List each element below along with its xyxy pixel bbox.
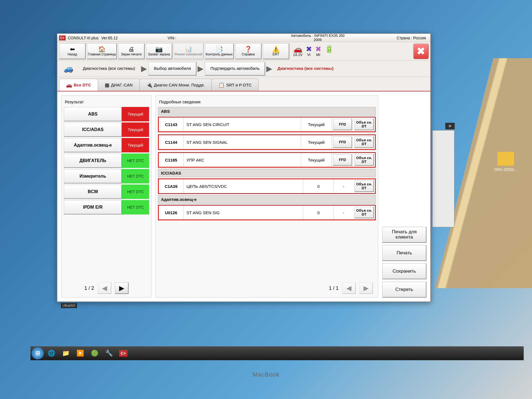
version-label: Ver.65.12: [101, 36, 118, 40]
result-panel-title: Результат: [64, 98, 149, 107]
result-pager: 1 / 2 ◀ ▶: [64, 281, 149, 295]
measure-icon: 📊: [185, 46, 192, 52]
macbook-label: MacBook: [0, 371, 532, 378]
detail-page-label: 1 / 1: [329, 285, 339, 291]
status-group: 🚗14.1V ✖VI ✖MI 🔋: [293, 45, 334, 57]
dtc-code: U0126: [159, 206, 184, 219]
breadcrumb-step-2[interactable]: Выбор автомобиля: [148, 62, 196, 76]
result-page-label: 1 / 2: [84, 285, 94, 291]
dtc-group-header: ICC/ADAS: [158, 169, 376, 177]
consult-app-window: C+ CONSULT-III plus Ver.65.12 VIN:- Авто…: [57, 33, 431, 302]
dtc-description: ST ANG SEN SIG: [184, 206, 303, 219]
result-list: ABSТекущийICC/ADASТекущийАдаптив.освещ-е…: [64, 107, 149, 281]
dtc-description: ЦЕПЬ ABS/TCS/VDC: [184, 179, 303, 193]
dtc-ffd-button[interactable]: FFD: [333, 154, 352, 166]
result-next-button[interactable]: ▶: [115, 282, 129, 294]
background-window-fragment: ✕: [432, 130, 454, 227]
breadcrumb-step-1: Диагностика (все системы): [78, 62, 140, 76]
dtc-explain-button[interactable]: Объя сн. DT: [354, 207, 374, 218]
result-panel: Результат ABSТекущийICC/ADASТекущийАдапт…: [61, 95, 152, 298]
dtc-explain-button[interactable]: Объя сн. DT: [354, 180, 374, 192]
mi-status: ✖MI: [315, 45, 321, 57]
chevron-right-icon: ▶: [364, 284, 369, 292]
right-area: Подробные сведения ABSC1143ST ANG SEN CI…: [155, 95, 426, 298]
taskbar: ⊞ 🌐 📁 ▶️ 🟢 🔧 C+: [30, 346, 524, 360]
vin-label: VIN:-: [118, 36, 268, 40]
tab-diag-can[interactable]: ▦ДИАГ.-CAN: [98, 79, 140, 91]
result-name: BCM: [64, 185, 122, 199]
result-name: Измеритель: [64, 169, 122, 183]
dtc-description: ST ANG SEN CIRCUIT: [184, 117, 301, 131]
background-window-close[interactable]: ✕: [445, 123, 455, 129]
dtc-ffd-button[interactable]: FFD: [333, 119, 352, 130]
tab-all-dtc[interactable]: 🚗Все DTC: [59, 79, 98, 91]
breadcrumb-step-3[interactable]: Подтвердить автомобиль: [205, 62, 265, 76]
rec-data-button[interactable]: 📑Контроль данных: [205, 43, 234, 59]
start-button[interactable]: ⊞: [32, 347, 44, 359]
folder-icon: [497, 152, 514, 166]
dtc-explain-button[interactable]: Объя сн. DT: [354, 119, 374, 130]
close-button[interactable]: ✖: [413, 44, 429, 59]
print-button[interactable]: Печать: [382, 245, 426, 261]
result-row[interactable]: Адаптив.освещ-еТекущий: [64, 138, 149, 152]
dtc-row: C1A26ЦЕПЬ ABS/TCS/VDC0-Объя сн. DT: [158, 178, 376, 194]
result-status: НЕТ DTC: [122, 169, 149, 183]
taskbar-explorer[interactable]: 📁: [59, 348, 73, 359]
print-client-button[interactable]: Печать для клиента: [382, 227, 426, 243]
dtc-row: C1144ST ANG SEN SIGNALТекущийFFDОбъя сн.…: [158, 134, 376, 150]
taskbar-tools[interactable]: 🔧: [102, 348, 116, 359]
chevron-right-icon: ▶: [141, 64, 147, 73]
help-icon: ❓: [244, 46, 252, 52]
app-name: CONSULT-III plus: [68, 36, 99, 40]
desktop-folder-drv[interactable]: DRV-J2534...: [493, 152, 518, 172]
car-icon: 🚗: [293, 45, 302, 53]
save-button[interactable]: Сохранить: [382, 263, 426, 279]
vehicle-label: Автомобиль : INFINITI EX35 J50 2009: [268, 34, 368, 42]
windows-icon: ⊞: [35, 350, 40, 357]
dtc-ffd-na: -: [334, 206, 353, 219]
print-screen-button[interactable]: 🖨Экран печати: [118, 43, 145, 59]
detail-prev-button: ◀: [342, 282, 356, 294]
dtc-explain-button[interactable]: Объя сн. DT: [354, 136, 374, 148]
result-row[interactable]: ICC/ADASТекущий: [64, 122, 149, 137]
dtc-ffd-button[interactable]: FFD: [333, 136, 352, 148]
ert-button[interactable]: ⚠️ERT: [263, 43, 289, 59]
capture-button[interactable]: 📷Захват экрана: [146, 43, 172, 59]
dtc-status: Текущий: [301, 153, 332, 167]
camera-icon: 📷: [155, 46, 163, 52]
taskbar-chrome[interactable]: 🟢: [88, 348, 101, 359]
result-status: НЕТ DTC: [122, 200, 149, 214]
dtc-explain-button[interactable]: Объя сн. DT: [354, 154, 374, 166]
app-badge-icon: C+: [59, 35, 66, 40]
battery-status: 🔋: [325, 45, 334, 57]
erase-button[interactable]: Стереть: [382, 282, 426, 298]
detail-list: ABSC1143ST ANG SEN CIRCUITТекущийFFDОбъя…: [158, 107, 376, 281]
content-area: Результат ABSТекущийICC/ADASТекущийАдапт…: [57, 91, 430, 301]
result-row[interactable]: ABSТекущий: [64, 107, 149, 121]
taskbar-consult[interactable]: C+: [116, 348, 130, 359]
chevron-right-icon: ▶: [198, 64, 204, 73]
back-button[interactable]: ⬅Назад: [59, 43, 86, 59]
measure-mode-button: 📊Режим измерений: [173, 43, 204, 59]
result-row[interactable]: BCMНЕТ DTC: [64, 185, 149, 199]
ultraiso-title: UltraISO: [61, 303, 77, 308]
detail-panel: Подробные сведения ABSC1143ST ANG SEN CI…: [155, 95, 378, 298]
detail-pager: 1 / 1 ◀ ▶: [158, 281, 376, 295]
breadcrumb-step-current: Диагностика (все системы): [273, 66, 337, 71]
result-row[interactable]: ИзмерительНЕТ DTC: [64, 169, 149, 183]
taskbar-media[interactable]: ▶️: [73, 348, 87, 359]
dtc-row: C1185УПР АКСТекущийFFDОбъя сн. DT: [158, 152, 376, 168]
result-row[interactable]: ДВИГАТЕЛЬНЕТ DTC: [64, 154, 149, 168]
home-button[interactable]: 🏠Главная страница: [87, 43, 117, 59]
result-status: НЕТ DTC: [122, 185, 149, 199]
result-name: ABS: [64, 107, 122, 121]
help-button[interactable]: ❓Справка: [235, 43, 262, 59]
tab-diag-can-monitor[interactable]: 🔌Диагно CAN Мони. Подде.: [139, 79, 212, 91]
diagnostic-icon: 🚙: [60, 63, 77, 74]
tab-srt-pdtc[interactable]: 📋SRT и P-DTC: [211, 79, 259, 91]
dtc-code: C1144: [159, 135, 184, 149]
taskbar-ie[interactable]: 🌐: [44, 348, 58, 359]
action-column: Печать для клиента Печать Сохранить Стер…: [382, 95, 426, 298]
data-icon: 📑: [216, 46, 223, 52]
result-row[interactable]: IPDM E/RНЕТ DTC: [64, 200, 149, 214]
